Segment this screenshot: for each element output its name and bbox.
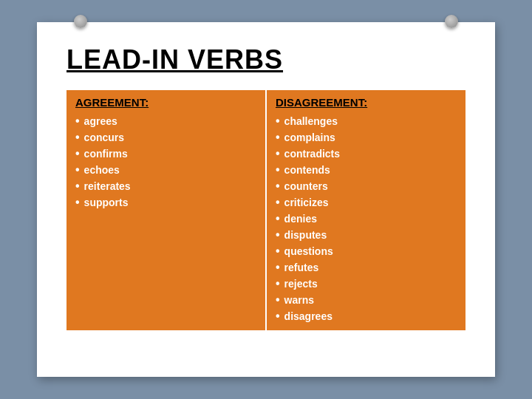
list-item: supports — [75, 194, 256, 211]
paper-slide: LEAD-IN VERBS AGREEMENT: agreesconcursco… — [37, 22, 495, 377]
list-item: confirms — [75, 146, 256, 162]
agreement-list: agreesconcursconfirmsechoesreiteratessup… — [75, 113, 256, 211]
disagreement-header: DISAGREEMENT: — [276, 96, 457, 109]
list-item: challenges — [276, 113, 457, 129]
list-item: denies — [276, 211, 457, 227]
agreement-header: AGREEMENT: — [75, 96, 256, 109]
list-item: warns — [276, 292, 457, 308]
list-item: contends — [276, 162, 457, 178]
list-item: contradicts — [276, 146, 457, 162]
list-item: concurs — [75, 129, 256, 146]
agreement-column: AGREEMENT: agreesconcursconfirmsechoesre… — [66, 90, 267, 330]
list-item: disagrees — [276, 308, 457, 324]
list-item: criticizes — [276, 194, 457, 211]
disagreement-column: DISAGREEMENT: challengescomplainscontrad… — [267, 90, 466, 330]
list-item: questions — [276, 243, 457, 259]
list-item: disputes — [276, 227, 457, 243]
list-item: complains — [276, 129, 457, 146]
list-item: echoes — [75, 162, 256, 178]
list-item: rejects — [276, 276, 457, 292]
list-item: refutes — [276, 259, 457, 276]
list-item: agrees — [75, 113, 256, 129]
verbs-table: AGREEMENT: agreesconcursconfirmsechoesre… — [66, 90, 466, 330]
list-item: reiterates — [75, 178, 256, 194]
page-title: LEAD-IN VERBS — [66, 44, 466, 75]
disagreement-list: challengescomplainscontradictscontendsco… — [276, 113, 457, 324]
list-item: counters — [276, 178, 457, 194]
